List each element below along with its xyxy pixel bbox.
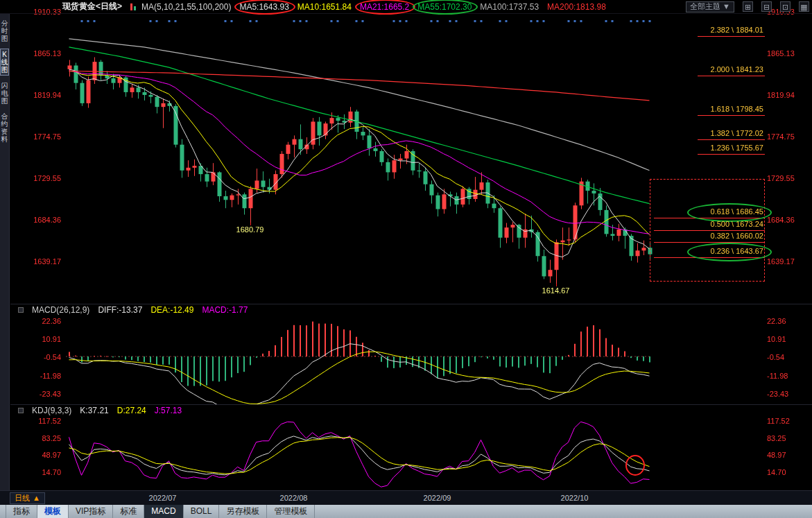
price-axis-label: 1819.94 xyxy=(28,91,61,99)
ma200-value: MA200:1813.98 xyxy=(547,2,606,12)
kdj-axis-label: 48.97 xyxy=(28,451,61,459)
ma10-text: MA10:1651.84 xyxy=(297,2,352,12)
fib-label: 1.236 \ 1755.67 xyxy=(711,144,763,152)
ma100-value: MA100:1737.53 xyxy=(480,2,539,12)
kdj-axis-label: 83.25 xyxy=(28,434,61,442)
x-axis-tick: 2022/10 xyxy=(557,494,593,502)
macd-axis-label: 22.36 xyxy=(767,317,807,325)
annotation-circle-kdj xyxy=(625,455,645,476)
fib-line xyxy=(654,218,765,218)
period-selector[interactable]: 日线▲ xyxy=(10,492,45,504)
layout-single-icon[interactable]: ⊡ xyxy=(780,1,791,12)
fib-line xyxy=(654,242,765,243)
low-price-label: 1614.67 xyxy=(538,286,574,295)
ma200-text: MA200:1813.98 xyxy=(547,2,606,12)
macd-axis-label: -0.54 xyxy=(767,353,807,361)
ma21-value: MA21:1665.2 xyxy=(360,2,409,12)
price-axis-label: 1729.55 xyxy=(28,174,61,182)
fib-label: 2.382 \ 1884.01 xyxy=(711,26,763,34)
fib-label: 2.000 \ 1841.23 xyxy=(711,65,763,74)
macd-axis-label: -23.43 xyxy=(28,390,61,398)
fib-level[interactable]: 2.000 \ 1841.23 xyxy=(650,65,765,76)
ma5-value: MA5:1643.93 xyxy=(239,2,288,12)
fib-label: 0.500 \ 1673.24 xyxy=(711,220,763,228)
x-axis-tick: 2022/08 xyxy=(276,494,312,502)
up-candle-glyph xyxy=(130,3,132,10)
low-marker-line xyxy=(250,223,251,225)
fib-level[interactable]: 0.500 \ 1673.24 xyxy=(650,220,765,231)
macd-axis-label: 22.36 xyxy=(28,317,61,325)
chart-header: 现货黄金<日线> MA(5,10,21,55,100,200) MA5:1643… xyxy=(0,0,812,14)
tab-macd[interactable]: MACD xyxy=(144,505,183,518)
price-axis-label: 1774.75 xyxy=(28,132,61,141)
tab-template[interactable]: 模板 xyxy=(37,505,69,518)
fib-label: 1.618 \ 1798.45 xyxy=(711,105,763,113)
panel-divider xyxy=(10,304,812,304)
kdj-axis-label: 14.70 xyxy=(767,468,807,476)
kdj-title: KDJ(9,3,3) xyxy=(32,406,71,415)
fib-level[interactable]: 1.382 \ 1772.02 xyxy=(650,129,765,140)
theme-selector-button[interactable]: 全部主题▼ xyxy=(686,1,734,12)
tab-indicator[interactable]: 指标 xyxy=(6,505,37,518)
layout-split-icon[interactable]: ⊟ xyxy=(761,1,772,12)
macd-axis-label: -11.98 xyxy=(28,372,61,380)
fib-label: 0.618 \ 1686.45 xyxy=(711,207,763,216)
price-axis-label: 1865.13 xyxy=(767,49,807,58)
left-sidebar: 分时图 K线图 闪电图 合约资料 xyxy=(0,14,10,490)
macd-axis-label: -23.43 xyxy=(767,390,807,398)
layout-grid4-icon[interactable]: ⊞ xyxy=(743,1,753,12)
macd-settings-icon[interactable] xyxy=(18,307,24,313)
tab-manage-template[interactable]: 管理模板 xyxy=(267,505,315,518)
fib-level[interactable]: 1.236 \ 1755.67 xyxy=(650,144,765,155)
macd-axis-label: 10.91 xyxy=(767,335,807,343)
sidebar-item-minute-chart[interactable]: 分时图 xyxy=(0,18,9,44)
ma21-text: MA21:1665.2 xyxy=(360,2,409,12)
fib-line xyxy=(698,76,765,76)
ma10-value: MA10:1651.84 xyxy=(297,2,352,12)
low-price-label: 1680.79 xyxy=(232,225,268,234)
layout-mosaic-icon[interactable]: ▦ xyxy=(799,1,809,12)
kdj-axis-label: 14.70 xyxy=(28,468,61,476)
fib-line xyxy=(654,257,765,258)
macd-macd-value: MACD:-1.77 xyxy=(202,305,248,315)
fib-label: 1.382 \ 1772.02 xyxy=(711,129,763,137)
macd-axis-label: -0.54 xyxy=(28,353,61,361)
sidebar-item-contract-info[interactable]: 合约资料 xyxy=(0,111,9,144)
ma-params-label: MA(5,10,21,55,100,200) xyxy=(141,2,231,12)
kdj-d-value: D:27.24 xyxy=(117,406,146,415)
sidebar-item-kline-chart[interactable]: K线图 xyxy=(0,49,9,76)
low-price-text: 1680.79 xyxy=(236,225,264,234)
kdj-panel-header: KDJ(9,3,3) K:37.21 D:27.24 J:57.13 xyxy=(18,406,182,415)
price-axis-label: 1639.17 xyxy=(28,257,61,266)
tab-boll[interactable]: BOLL xyxy=(184,505,220,518)
price-axis-label: 1639.17 xyxy=(767,257,807,266)
fib-line xyxy=(698,36,765,37)
price-axis-label: 1819.94 xyxy=(767,91,807,99)
x-axis-tick: 2022/07 xyxy=(145,494,181,502)
kdj-axis-label: 48.97 xyxy=(767,451,807,459)
sidebar-item-flash-chart[interactable]: 闪电图 xyxy=(0,80,9,106)
x-axis-tick: 2022/09 xyxy=(420,494,456,502)
price-axis-label: 1729.55 xyxy=(767,174,807,182)
fib-line xyxy=(698,154,765,155)
tab-save-template[interactable]: 另存模板 xyxy=(219,505,267,518)
macd-axis-label: 10.91 xyxy=(28,335,61,343)
down-candle-glyph xyxy=(134,6,136,10)
fib-line xyxy=(698,139,765,140)
tab-vip-indicator[interactable]: VIP指标 xyxy=(69,505,113,518)
fib-level[interactable]: 0.382 \ 1660.02 xyxy=(650,232,765,243)
fib-level[interactable]: 0.236 \ 1643.67 xyxy=(650,247,765,258)
fib-level[interactable]: 1.618 \ 1798.45 xyxy=(650,105,765,116)
bottom-tab-bar: 指标 模板 VIP指标 标准 MACD BOLL 另存模板 管理模板 xyxy=(0,505,812,518)
kdj-settings-icon[interactable] xyxy=(18,408,24,413)
theme-label: 全部主题 xyxy=(690,2,720,11)
tab-standard[interactable]: 标准 xyxy=(113,505,144,518)
macd-panel-header: MACD(26,12,9) DIFF:-13.37 DEA:-12.49 MAC… xyxy=(18,305,248,315)
ma55-value: MA55:1702.30 xyxy=(417,2,472,12)
fib-level[interactable]: 2.382 \ 1884.01 xyxy=(650,26,765,37)
ma5-text: MA5:1643.93 xyxy=(239,2,288,12)
fib-level[interactable]: 0.618 \ 1686.45 xyxy=(650,207,765,218)
macd-axis-label: -11.98 xyxy=(767,372,807,380)
kdj-j-value: J:57.13 xyxy=(155,406,182,415)
ma100-text: MA100:1737.53 xyxy=(480,2,539,12)
